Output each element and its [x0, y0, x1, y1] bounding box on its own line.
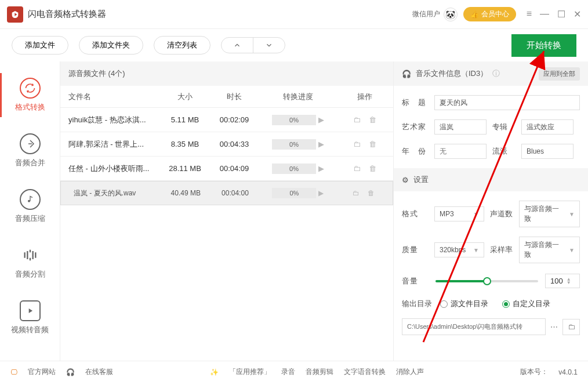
slider-thumb[interactable] [483, 277, 491, 285]
clear-list-button[interactable]: 清空列表 [154, 36, 210, 55]
recommend-icon: ✨ [210, 368, 219, 376]
year-label: 年 份 [402, 146, 429, 157]
sidebar-item-format-convert[interactable]: 格式转换 [0, 67, 60, 123]
site-icon: 🖵 [10, 368, 17, 376]
table-row[interactable]: 温岚 - 夏天的风.wav 40.49 MB 00:04:00 0%▶ 🗀🗑 [60, 181, 393, 205]
close-button[interactable]: ✕ [574, 9, 581, 20]
menu-button[interactable]: ≡ [527, 9, 532, 20]
merge-icon [20, 133, 41, 154]
delete-icon[interactable]: 🗑 [368, 189, 375, 197]
table-row[interactable]: yihuik苡慧 - 热恋冰淇... 5.11 MB 00:02:09 0%▶ … [60, 108, 393, 132]
compress-icon [20, 189, 41, 210]
start-convert-button[interactable]: 开始转换 [511, 34, 576, 57]
table-row[interactable]: 任然 - 山外小楼夜听雨... 28.11 MB 00:04:09 0%▶ 🗀🗑 [60, 157, 393, 181]
wechat-user-label: 微信用户 [412, 9, 440, 19]
progress-value: 0% [272, 139, 316, 150]
delete-icon[interactable]: 🗑 [369, 140, 376, 148]
gear-icon: ⚙ [402, 176, 409, 184]
audio-clip-link[interactable]: 音频剪辑 [306, 367, 333, 377]
chevron-down-icon: ▼ [569, 247, 575, 253]
output-path-input[interactable]: C:\Users\admin\Desktop\闪电音频格式转 [402, 318, 546, 335]
volume-value-input[interactable]: 100▲▼ [545, 274, 580, 288]
progress-value: 0% [272, 188, 316, 198]
vocal-remove-link[interactable]: 消除人声 [396, 367, 424, 377]
sidebar-label: 音频压缩 [15, 213, 45, 224]
file-size: 28.11 MB [159, 164, 211, 173]
folder-icon[interactable]: 🗀 [353, 164, 361, 173]
settings-header: 设置 [413, 175, 429, 185]
split-icon [20, 245, 41, 266]
app-logo [7, 6, 23, 23]
record-link[interactable]: 录音 [281, 367, 295, 377]
progress-value: 0% [272, 115, 316, 125]
minimize-button[interactable]: — [540, 9, 549, 20]
artist-label: 艺术家 [402, 122, 429, 132]
radio-source-dir[interactable]: 源文件目录 [440, 299, 488, 309]
stepper-icon[interactable]: ▲▼ [567, 278, 571, 285]
channels-select[interactable]: 与源音频一致▼ [519, 201, 580, 227]
quality-label: 质量 [402, 245, 429, 255]
official-site-link[interactable]: 官方网站 [28, 367, 56, 377]
channels-label: 声道数 [490, 209, 513, 219]
artist-input[interactable] [434, 119, 487, 135]
convert-icon [20, 78, 41, 99]
radio-custom-dir[interactable]: 自定义目录 [502, 299, 550, 309]
file-name: 任然 - 山外小楼夜听雨... [60, 164, 159, 174]
quality-select[interactable]: 320kbps▼ [434, 242, 484, 257]
sidebar-label: 格式转换 [15, 102, 45, 112]
file-name: 阿肆,郭采洁 - 世界上... [60, 139, 159, 150]
add-folder-button[interactable]: 添加文件夹 [79, 36, 143, 55]
album-input[interactable] [521, 119, 574, 135]
col-progress: 转换进度 [257, 92, 339, 102]
maximize-button[interactable]: ☐ [557, 9, 565, 20]
vip-center-button[interactable]: 👍 会员中心 [463, 7, 516, 21]
sample-select[interactable]: 与源音频一致▼ [519, 237, 580, 263]
browse-folder-button[interactable]: 🗀 [562, 319, 580, 335]
file-duration: 00:04:09 [211, 164, 257, 173]
file-duration: 00:02:09 [211, 115, 257, 124]
add-file-button[interactable]: 添加文件 [12, 36, 68, 55]
volume-label: 音量 [402, 276, 429, 286]
path-more-button[interactable]: ⋯ [550, 322, 558, 331]
file-size: 40.49 MB [161, 189, 210, 197]
format-select[interactable]: MP3▼ [434, 206, 484, 221]
output-dir-label: 输出目录 [402, 299, 434, 309]
genre-input[interactable] [521, 144, 574, 159]
sidebar-label: 视频转音频 [11, 325, 49, 335]
sidebar-label: 音频分割 [15, 269, 45, 279]
title-input[interactable] [434, 95, 580, 110]
play-icon[interactable]: ▶ [318, 189, 324, 197]
sidebar-item-audio-compress[interactable]: 音频压缩 [0, 179, 60, 234]
table-row[interactable]: 阿肆,郭采洁 - 世界上... 8.35 MB 00:04:33 0%▶ 🗀🗑 [60, 132, 393, 157]
move-up-button[interactable] [222, 38, 253, 53]
move-down-button[interactable] [253, 38, 285, 53]
year-input[interactable] [434, 144, 487, 159]
col-ops: 操作 [339, 92, 391, 102]
delete-icon[interactable]: 🗑 [369, 115, 376, 124]
thumb-icon: 👍 [470, 10, 479, 19]
play-icon[interactable]: ▶ [318, 164, 324, 173]
support-link[interactable]: 在线客服 [85, 367, 113, 377]
app-recommend-link[interactable]: 「应用推荐」 [229, 367, 271, 377]
volume-slider[interactable] [435, 280, 538, 282]
support-icon: 🎧 [66, 368, 75, 376]
file-size: 8.35 MB [159, 140, 211, 148]
album-label: 专辑 [492, 122, 516, 132]
play-icon[interactable]: ▶ [318, 140, 324, 148]
tts-link[interactable]: 文字语音转换 [344, 367, 386, 377]
sample-label: 采样率 [490, 245, 513, 255]
col-name: 文件名 [60, 92, 159, 102]
sidebar-item-audio-merge[interactable]: 音频合并 [0, 123, 60, 179]
title-label: 标 题 [402, 97, 429, 108]
sidebar-item-video-to-audio[interactable]: 视频转音频 [0, 290, 60, 346]
apply-all-button[interactable]: 应用到全部 [539, 67, 580, 81]
folder-icon[interactable]: 🗀 [353, 189, 360, 197]
file-list-header: 源音频文件 (4个) [60, 61, 393, 86]
wechat-user[interactable]: 微信用户 🐼 [412, 8, 458, 21]
play-icon[interactable]: ▶ [318, 115, 324, 124]
delete-icon[interactable]: 🗑 [369, 164, 376, 173]
sidebar-item-audio-split[interactable]: 音频分割 [0, 234, 60, 290]
folder-icon[interactable]: 🗀 [353, 115, 361, 124]
folder-icon[interactable]: 🗀 [353, 140, 361, 148]
genre-label: 流派 [492, 146, 516, 157]
